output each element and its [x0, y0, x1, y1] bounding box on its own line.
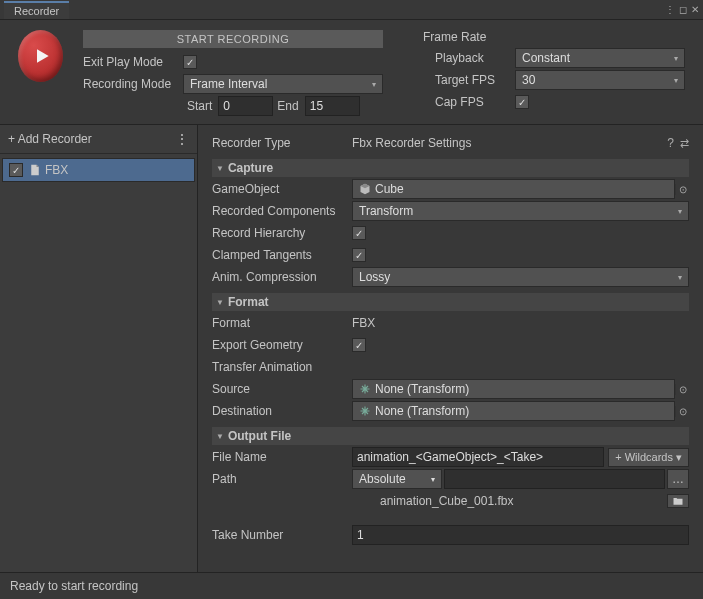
destination-label: Destination: [212, 404, 352, 418]
anim-compression-dropdown[interactable]: Lossy: [352, 267, 689, 287]
path-browse-button[interactable]: …: [667, 469, 689, 489]
capture-section-header[interactable]: Capture: [212, 159, 689, 177]
recorder-enable-checkbox[interactable]: ✓: [9, 163, 23, 177]
cube-icon: [359, 183, 371, 195]
wildcards-button[interactable]: + Wildcards ▾: [608, 448, 689, 467]
clamped-tangents-label: Clamped Tangents: [212, 248, 352, 262]
source-label: Source: [212, 382, 352, 396]
destination-field[interactable]: None (Transform): [352, 401, 675, 421]
recorder-list-item[interactable]: ✓ FBX: [2, 158, 195, 182]
recorder-name: FBX: [45, 163, 68, 177]
transform-icon: [359, 383, 371, 395]
recorder-type-value: Fbx Recorder Settings: [352, 136, 471, 150]
frame-rate-header: Frame Rate: [423, 30, 685, 44]
file-icon: [29, 164, 41, 176]
format-value: FBX: [352, 316, 375, 330]
playback-label: Playback: [435, 51, 515, 65]
output-section-header[interactable]: Output File: [212, 427, 689, 445]
window-tab[interactable]: Recorder: [4, 1, 69, 19]
clamped-tangents-checkbox[interactable]: ✓: [352, 248, 366, 262]
record-hierarchy-checkbox[interactable]: ✓: [352, 226, 366, 240]
take-number-input[interactable]: [352, 525, 689, 545]
source-picker-icon[interactable]: ⊙: [675, 384, 689, 395]
popout-icon[interactable]: ◻: [679, 4, 687, 15]
start-recording-button[interactable]: START RECORDING: [83, 30, 383, 48]
recording-mode-dropdown[interactable]: Frame Interval: [183, 74, 383, 94]
preset-icon[interactable]: ⇄: [680, 137, 689, 150]
help-icon[interactable]: ?: [667, 136, 674, 150]
cap-fps-checkbox[interactable]: ✓: [515, 95, 529, 109]
gameobject-label: GameObject: [212, 182, 352, 196]
gameobject-picker-icon[interactable]: ⊙: [675, 184, 689, 195]
status-bar: Ready to start recording: [0, 572, 703, 599]
record-button[interactable]: [18, 30, 63, 82]
menu-icon[interactable]: ⋮: [665, 4, 675, 15]
anim-compression-label: Anim. Compression: [212, 270, 352, 284]
filename-label: File Name: [212, 450, 352, 464]
recorder-type-label: Recorder Type: [212, 136, 352, 150]
record-hierarchy-label: Record Hierarchy: [212, 226, 352, 240]
export-geometry-checkbox[interactable]: ✓: [352, 338, 366, 352]
recorded-components-dropdown[interactable]: Transform: [352, 201, 689, 221]
gameobject-field[interactable]: Cube: [352, 179, 675, 199]
filename-input[interactable]: [352, 447, 604, 467]
resolved-filename: animation_Cube_001.fbx: [352, 494, 667, 508]
start-frame-label: Start: [187, 99, 212, 113]
target-fps-label: Target FPS: [435, 73, 515, 87]
exit-play-mode-label: Exit Play Mode: [83, 55, 183, 69]
close-icon[interactable]: ✕: [691, 4, 699, 15]
path-input[interactable]: [444, 469, 665, 489]
title-bar: Recorder ⋮ ◻ ✕: [0, 0, 703, 20]
destination-picker-icon[interactable]: ⊙: [675, 406, 689, 417]
exit-play-mode-checkbox[interactable]: ✓: [183, 55, 197, 69]
source-field[interactable]: None (Transform): [352, 379, 675, 399]
take-number-label: Take Number: [212, 528, 352, 542]
target-fps-dropdown[interactable]: 30: [515, 70, 685, 90]
end-frame-label: End: [277, 99, 298, 113]
end-frame-input[interactable]: [305, 96, 360, 116]
path-mode-dropdown[interactable]: Absolute: [352, 469, 442, 489]
path-label: Path: [212, 472, 352, 486]
playback-dropdown[interactable]: Constant: [515, 48, 685, 68]
transform-icon: [359, 405, 371, 417]
reveal-folder-button[interactable]: [667, 494, 689, 508]
folder-open-icon: [672, 495, 684, 507]
start-frame-input[interactable]: [218, 96, 273, 116]
export-geometry-label: Export Geometry: [212, 338, 352, 352]
add-recorder-button[interactable]: + Add Recorder: [8, 132, 92, 146]
recording-mode-label: Recording Mode: [83, 77, 183, 91]
recorded-components-label: Recorded Components: [212, 204, 352, 218]
format-section-header[interactable]: Format: [212, 293, 689, 311]
format-label: Format: [212, 316, 352, 330]
recorder-menu-icon[interactable]: ⋮: [175, 131, 189, 147]
transfer-animation-label: Transfer Animation: [212, 360, 352, 374]
cap-fps-label: Cap FPS: [435, 95, 515, 109]
